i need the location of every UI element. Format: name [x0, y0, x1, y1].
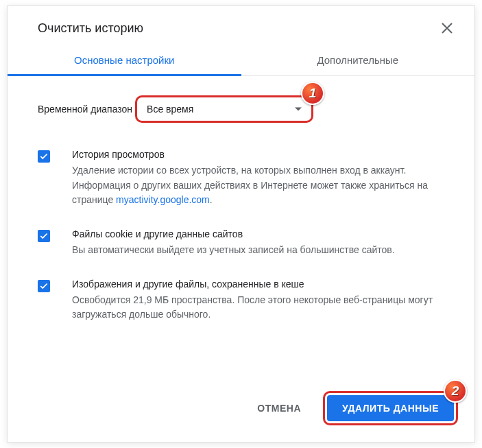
option-text: Файлы cookie и другие данные сайтов Вы а… [72, 228, 444, 258]
option-title: Файлы cookie и другие данные сайтов [72, 228, 444, 239]
cancel-button[interactable]: ОТМЕНА [245, 396, 313, 421]
dialog-footer: ОТМЕНА УДАЛИТЬ ДАННЫЕ 2 [8, 379, 474, 442]
option-text: Изображения и другие файлы, сохраненные … [72, 279, 444, 322]
desc-suffix: . [210, 194, 213, 205]
tab-advanced[interactable]: Дополнительные [241, 45, 475, 75]
option-cookies: Файлы cookie и другие данные сайтов Вы а… [38, 228, 444, 258]
option-desc: Освободится 21,9 МБ пространства. После … [72, 293, 444, 322]
option-browsing-history: История просмотров Удаление истории со в… [38, 149, 444, 208]
dialog-content: Временной диапазон Все время 1 История п… [8, 76, 474, 379]
option-desc: Вы автоматически выйдете из учетных запи… [72, 243, 444, 258]
delete-button-highlight: УДАЛИТЬ ДАННЫЕ 2 [323, 391, 458, 425]
checkbox-browsing[interactable] [38, 150, 50, 163]
dialog-header: Очистить историю [8, 6, 474, 45]
time-range-label: Временной диапазон [38, 104, 132, 115]
checkbox-cookies[interactable] [38, 230, 50, 242]
tab-basic[interactable]: Основные настройки [8, 45, 241, 75]
close-icon[interactable] [439, 20, 455, 36]
delete-button[interactable]: УДАЛИТЬ ДАННЫЕ [327, 395, 454, 421]
option-desc: Удаление истории со всех устройств, на к… [72, 163, 444, 208]
clear-history-dialog: Очистить историю Основные настройки Допо… [7, 5, 475, 443]
time-range-value: Все время [147, 104, 193, 115]
time-range-row: Временной диапазон Все время 1 [38, 95, 444, 123]
time-range-dropdown[interactable]: Все время [135, 95, 313, 123]
dialog-title: Очистить историю [38, 21, 143, 36]
tabs: Основные настройки Дополнительные [8, 45, 474, 76]
myactivity-link[interactable]: myactivity.google.com [116, 194, 210, 205]
option-cache: Изображения и другие файлы, сохраненные … [38, 279, 444, 322]
option-title: Изображения и другие файлы, сохраненные … [72, 279, 444, 290]
annotation-badge-2: 2 [444, 379, 467, 403]
option-title: История просмотров [72, 149, 444, 160]
checkbox-cache[interactable] [38, 280, 50, 292]
chevron-down-icon [295, 108, 302, 111]
option-text: История просмотров Удаление истории со в… [72, 149, 444, 208]
time-range-dropdown-wrap: Все время 1 [135, 95, 313, 123]
annotation-badge-1: 1 [301, 82, 324, 105]
